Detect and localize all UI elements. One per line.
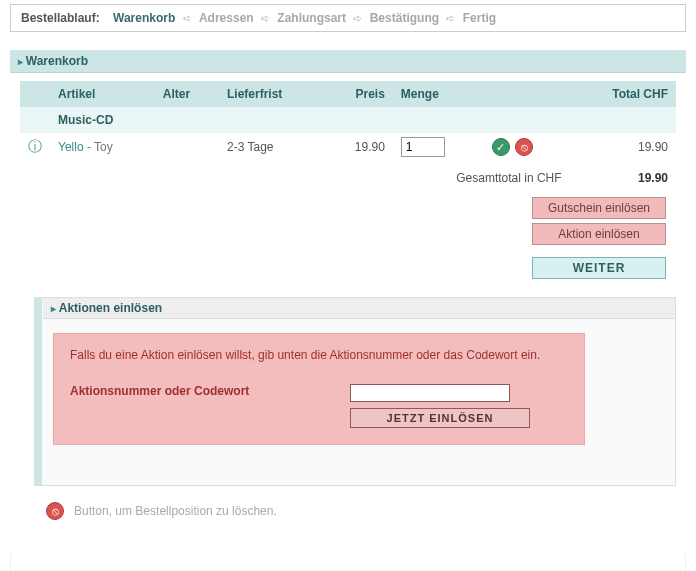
- breadcrumb-step-done: Fertig: [463, 11, 496, 25]
- cart-header: Warenkorb: [10, 50, 686, 73]
- item-line-total: 19.90: [570, 133, 676, 161]
- redeem-submit-button[interactable]: JETZT EINLÖSEN: [350, 408, 530, 428]
- redeem-panel-header: Aktionen einlösen: [43, 298, 675, 319]
- item-title: Toy: [94, 140, 113, 154]
- cart-section: Warenkorb Artikel Alter Lieferfrist Prei…: [10, 50, 686, 540]
- redeem-voucher-button[interactable]: Gutschein einlösen: [532, 197, 666, 219]
- cart-table: Artikel Alter Lieferfrist Preis Menge To…: [20, 81, 676, 189]
- grand-total-label: Gesamttotal in CHF: [456, 171, 561, 185]
- item-age: [155, 133, 219, 161]
- delete-icon: ⦸: [46, 502, 64, 520]
- delete-item-button[interactable]: ⦸: [515, 138, 533, 156]
- table-row: ⓘ Yello - Toy 2-3 Tage 19.90 ✓ ⦸ 19.90: [20, 133, 676, 161]
- col-age: Alter: [155, 81, 219, 107]
- panel-accent: [34, 298, 42, 485]
- footer-spacer: [10, 554, 686, 571]
- breadcrumb-label: Bestellablauf:: [21, 11, 100, 25]
- confirm-qty-button[interactable]: ✓: [492, 138, 510, 156]
- breadcrumb-step-confirm: Bestätigung: [370, 11, 439, 25]
- breadcrumb-step-payment: Zahlungsart: [277, 11, 346, 25]
- redeem-promo-button[interactable]: Aktion einlösen: [532, 223, 666, 245]
- item-delivery: 2-3 Tage: [219, 133, 325, 161]
- info-icon[interactable]: ⓘ: [28, 138, 42, 154]
- chevron-right-icon: ➪: [446, 12, 455, 24]
- chevron-right-icon: ➪: [261, 12, 270, 24]
- continue-button[interactable]: WEITER: [532, 257, 666, 279]
- col-total: Total CHF: [570, 81, 676, 107]
- redeem-code-input[interactable]: [350, 384, 510, 402]
- redeem-panel: Aktionen einlösen Falls du eine Aktion e…: [34, 297, 676, 486]
- checkout-breadcrumb: Bestellablauf: Warenkorb ➪ Adressen ➪ Za…: [10, 4, 686, 32]
- breadcrumb-step-addresses: Adressen: [199, 11, 254, 25]
- chevron-right-icon: ➪: [353, 12, 362, 24]
- help-row-delete: ⦸ Button, um Bestellposition zu löschen.: [34, 496, 676, 540]
- breadcrumb-step-cart[interactable]: Warenkorb: [113, 11, 175, 25]
- chevron-right-icon: ➪: [183, 12, 192, 24]
- item-price: 19.90: [325, 133, 393, 161]
- col-price: Preis: [325, 81, 393, 107]
- item-artist-link[interactable]: Yello: [58, 140, 84, 154]
- col-qty: Menge: [393, 81, 482, 107]
- redeem-code-label: Aktionsnummer oder Codewort: [70, 384, 350, 398]
- col-delivery: Lieferfrist: [219, 81, 325, 107]
- category-row: Music-CD: [50, 107, 676, 133]
- grand-total-amount: 19.90: [570, 161, 676, 189]
- redeem-intro-text: Falls du eine Aktion einlösen willst, gi…: [70, 348, 568, 362]
- help-text: Button, um Bestellposition zu löschen.: [74, 504, 277, 518]
- col-article: Artikel: [50, 81, 155, 107]
- qty-input[interactable]: [401, 137, 445, 157]
